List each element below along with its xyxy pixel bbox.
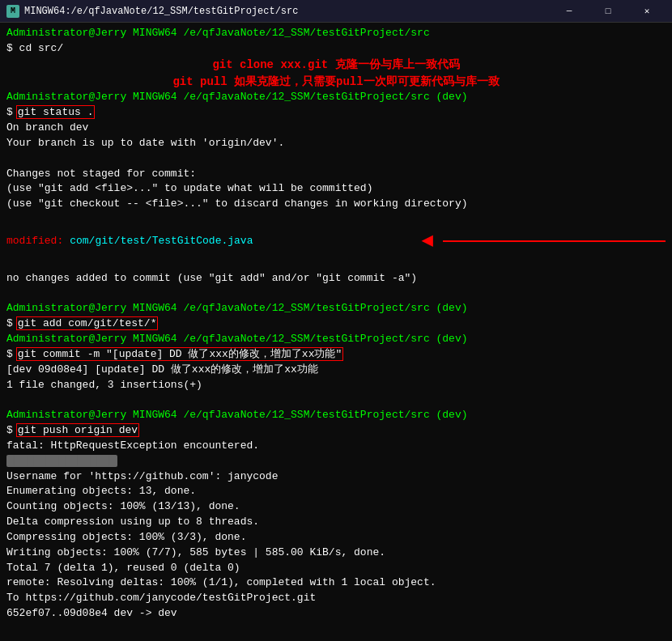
- blank-2: [6, 212, 666, 227]
- title-bar-buttons: ─ □ ✕: [551, 0, 666, 23]
- title-bar-left: M MINGW64:/e/qfJavaNote/12_SSM/testGitPr…: [6, 5, 298, 18]
- terminal-icon: M: [6, 5, 19, 18]
- blank-5: [6, 393, 666, 408]
- title-bar-title: MINGW64:/e/qfJavaNote/12_SSM/testGitProj…: [24, 6, 298, 17]
- path-line-5: Administrator@Jerry MINGW64 /e/qfJavaNot…: [6, 408, 666, 423]
- path-line-3: Administrator@Jerry MINGW64 /e/qfJavaNot…: [6, 301, 666, 316]
- arrow-line-graphic: [443, 240, 666, 242]
- fatal-line: fatal: HttpRequestException encountered.: [6, 439, 666, 454]
- total-line: Total 7 (delta 1), reused 0 (delta 0): [6, 561, 666, 576]
- changes-line: Changes not staged for commit:: [6, 167, 666, 182]
- note-text-1: git clone xxx.git 克隆一份与库上一致代码: [212, 58, 459, 71]
- ref-line: 652ef07..09d08e4 dev -> dev: [6, 606, 666, 622]
- path-line-2: Administrator@Jerry MINGW64 /e/qfJavaNot…: [6, 90, 666, 105]
- path-line-1: Administrator@Jerry MINGW64 /e/qfJavaNot…: [6, 26, 666, 41]
- git-push-line: $git push origin dev: [6, 423, 666, 439]
- enum-line: Enumerating objects: 13, done.: [6, 484, 666, 499]
- close-button[interactable]: ✕: [628, 0, 666, 23]
- terminal: Administrator@Jerry MINGW64 /e/qfJavaNot…: [0, 23, 672, 641]
- writing-line: Writing objects: 100% (7/7), 585 bytes |…: [6, 545, 666, 561]
- git-status-line: $git status .: [6, 105, 666, 121]
- to-line: To https://github.com/janycode/testGitPr…: [6, 591, 666, 606]
- remote-line: remote: Resolving deltas: 100% (1/1), co…: [6, 575, 666, 591]
- git-add-line: $git add com/git/test/*: [6, 316, 666, 332]
- cmd-line-cd: $ cd src/: [6, 41, 666, 57]
- git-commit-cmd: git commit -m "[update] DD 做了xxx的修改，增加了x…: [16, 347, 343, 361]
- modified-label: modified:: [6, 234, 63, 249]
- title-bar: M MINGW64:/e/qfJavaNote/12_SSM/testGitPr…: [0, 0, 672, 23]
- blank-1: [6, 151, 666, 167]
- path-text-3: Administrator@Jerry MINGW64 /e/qfJavaNot…: [6, 302, 468, 314]
- modified-file: com/git/test/TestGitCode.java: [70, 234, 253, 249]
- username-line: Username for 'https://github.com': janyc…: [6, 469, 666, 485]
- path-text-4: Administrator@Jerry MINGW64 /e/qfJavaNot…: [6, 333, 468, 345]
- branch-line: On branch dev: [6, 121, 666, 136]
- path-text-1: Administrator@Jerry MINGW64 /e/qfJavaNot…: [6, 27, 430, 39]
- git-add-cmd: git add com/git/test/*: [16, 316, 159, 330]
- note-block: git clone xxx.git 克隆一份与库上一致代码 git pull 如…: [6, 57, 666, 91]
- blank-4: [6, 286, 666, 301]
- up-to-date-line: Your branch is up to date with 'origin/d…: [6, 136, 666, 151]
- blurred-line: ████████ ████████: [6, 454, 666, 469]
- note-text-2: git pull 如果克隆过，只需要pull一次即可更新代码与库一致: [172, 75, 499, 88]
- compressing-line: Compressing objects: 100% (3/3), done.: [6, 530, 666, 545]
- hint-line-2: (use "git checkout -- <file>..." to disc…: [6, 197, 666, 212]
- commit-result-1: [dev 09d08e4] [update] DD 做了xxx的修改，增加了xx…: [6, 363, 666, 378]
- no-changes-line: no changes added to commit (use "git add…: [6, 271, 666, 287]
- counting-line: Counting objects: 100% (13/13), done.: [6, 499, 666, 515]
- git-push-cmd: git push origin dev: [16, 423, 139, 437]
- blank-3: [6, 256, 666, 271]
- arrow-icon: ◀: [421, 227, 432, 256]
- censored-text: ████████ ████████: [6, 455, 117, 467]
- minimize-button[interactable]: ─: [551, 0, 588, 23]
- path-text-5: Administrator@Jerry MINGW64 /e/qfJavaNot…: [6, 409, 468, 421]
- hint-line-1: (use "git add <file>..." to update what …: [6, 181, 666, 197]
- maximize-button[interactable]: □: [589, 0, 627, 23]
- cd-cmd: $ cd src/: [6, 42, 63, 54]
- path-line-4: Administrator@Jerry MINGW64 /e/qfJavaNot…: [6, 332, 666, 347]
- git-status-cmd: git status .: [16, 105, 96, 119]
- git-commit-line: $git commit -m "[update] DD 做了xxx的修改，增加了…: [6, 347, 666, 363]
- modified-line: modified: com/git/test/TestGitCode.java …: [6, 227, 666, 256]
- delta-line: Delta compression using up to 8 threads.: [6, 515, 666, 530]
- path-text-2: Administrator@Jerry MINGW64 /e/qfJavaNot…: [6, 91, 468, 103]
- commit-result-2: 1 file changed, 3 insertions(+): [6, 378, 666, 393]
